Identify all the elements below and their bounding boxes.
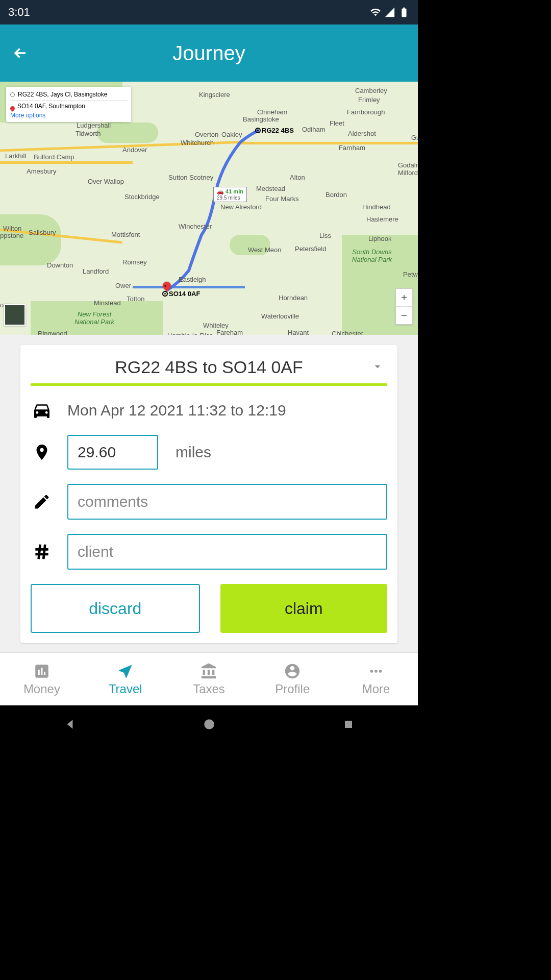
route-to-row: SO14 0AF, Southampton [10, 102, 127, 111]
journey-card: RG22 4BS to SO14 0AF Mon Apr 12 2021 11:… [20, 345, 397, 643]
miles-unit: miles [176, 444, 211, 461]
map-city: Over Wallop [88, 178, 124, 185]
map-city: Farnborough [347, 108, 385, 116]
client-input[interactable] [67, 534, 387, 570]
nav-label: Travel [109, 682, 142, 696]
map-satellite-toggle[interactable] [4, 304, 26, 326]
android-recent-button[interactable] [340, 716, 357, 732]
hash-icon [31, 542, 53, 561]
map-city: Hamble-le-Rice [167, 332, 213, 335]
map-city: Landford [83, 267, 109, 275]
map-city: Horndean [279, 294, 308, 302]
nav-label: Taxes [193, 682, 225, 696]
map-city: Ringwood [38, 330, 67, 335]
map-city: Tidworth [76, 130, 101, 137]
map-end-label: SO14 0AF [162, 290, 200, 298]
svg-point-1 [374, 670, 378, 673]
map-city: Petwort [403, 271, 418, 278]
pencil-icon [31, 493, 53, 511]
profile-icon [284, 663, 301, 680]
map-city: Fareham [216, 329, 243, 335]
discard-button[interactable]: discard [31, 584, 200, 633]
journey-datetime: Mon Apr 12 2021 11:32 to 12:19 [67, 402, 286, 419]
map-route-info-card[interactable]: RG22 4BS, Jays Cl, Basingstoke SO14 0AF,… [6, 87, 131, 122]
map-city: Amesbury [27, 167, 57, 175]
status-right [370, 7, 410, 18]
origin-circle-icon [10, 92, 15, 97]
zoom-in-button[interactable]: + [396, 289, 412, 306]
map-city: Aldershot [348, 130, 376, 137]
nav-taxes[interactable]: Taxes [167, 653, 251, 705]
map-city: Havant [288, 329, 309, 335]
accent-bar [31, 383, 387, 386]
map-city: Liphook [368, 235, 392, 242]
money-icon [33, 663, 51, 680]
status-time: 3:01 [8, 6, 30, 19]
nav-more[interactable]: More [334, 653, 418, 705]
route-from-row: RG22 4BS, Jays Cl, Basingstoke [10, 90, 127, 99]
map-city: Kingsclere [199, 91, 230, 99]
map-city: Frimley [358, 96, 380, 104]
battery-icon [398, 7, 410, 18]
svg-point-2 [379, 670, 382, 673]
map-city: Minstead [94, 299, 121, 307]
map-city: South Downs National Park [352, 248, 392, 263]
comments-input[interactable] [67, 484, 387, 520]
map-city: Ludgershall [77, 121, 111, 129]
svg-rect-4 [345, 721, 352, 728]
status-bar: 3:01 [0, 0, 418, 24]
content-area: RG22 4BS to SO14 0AF Mon Apr 12 2021 11:… [0, 335, 418, 652]
svg-point-0 [370, 670, 373, 673]
journey-title: RG22 4BS to SO14 0AF [115, 357, 303, 377]
nav-travel[interactable]: Travel [84, 653, 167, 705]
wifi-icon [370, 7, 381, 18]
map-city: Whitchurch [181, 139, 214, 146]
map-city: Mottisfont [111, 231, 140, 238]
bank-icon [200, 663, 217, 680]
map-city: Chineham [257, 108, 287, 116]
car-icon [31, 400, 53, 421]
nav-money[interactable]: Money [0, 653, 84, 705]
map-city: Gu [411, 134, 418, 141]
map-city: Petersfield [295, 245, 326, 253]
signal-icon [384, 7, 395, 18]
map-city: Romsey [122, 258, 147, 266]
more-options-link[interactable]: More options [10, 111, 127, 119]
map-route-time-badge: 🚗 41 min 29.5 miles [213, 187, 247, 202]
map[interactable]: RG22 4BS SO14 0AF 🚗 41 min 29.5 miles Ki… [0, 82, 418, 335]
page-title: Journey [0, 42, 418, 65]
map-city: Andover [122, 146, 147, 154]
map-city: Four Marks [265, 195, 299, 203]
map-city: New Forest National Park [74, 310, 114, 326]
map-city: Medstead [256, 185, 285, 192]
map-city: Farnham [339, 144, 365, 152]
android-home-button[interactable] [201, 716, 217, 732]
nav-label: More [362, 682, 390, 696]
map-city: West Meon [248, 246, 282, 254]
nav-profile[interactable]: Profile [251, 653, 334, 705]
miles-input[interactable] [67, 435, 158, 470]
map-city: Bulford Camp [34, 153, 74, 161]
nav-label: Profile [275, 682, 310, 696]
map-city: Sutton Scotney [168, 174, 213, 181]
map-city: Totton [127, 295, 144, 303]
location-arrow-icon [117, 663, 134, 680]
map-city: Salisbury [29, 229, 56, 236]
map-city: Chichester [332, 330, 363, 335]
map-city: Ower [115, 282, 131, 289]
map-start-label: RG22 4BS [255, 127, 294, 134]
map-city: Larkhill [5, 152, 26, 160]
map-city: Eastleigh [179, 276, 206, 283]
android-back-button[interactable] [62, 716, 78, 732]
zoom-out-button[interactable]: − [396, 307, 412, 324]
claim-button[interactable]: claim [220, 584, 388, 633]
journey-dropdown[interactable] [371, 360, 384, 375]
map-city: Winchester [179, 223, 212, 230]
map-city: Wilton [3, 225, 21, 232]
map-city: Overton [195, 131, 218, 138]
map-zoom-control: + − [395, 288, 413, 325]
map-city: Hindhead [362, 203, 391, 211]
back-button[interactable] [10, 43, 31, 63]
svg-point-3 [204, 719, 214, 729]
map-city: Oakley [221, 131, 242, 138]
